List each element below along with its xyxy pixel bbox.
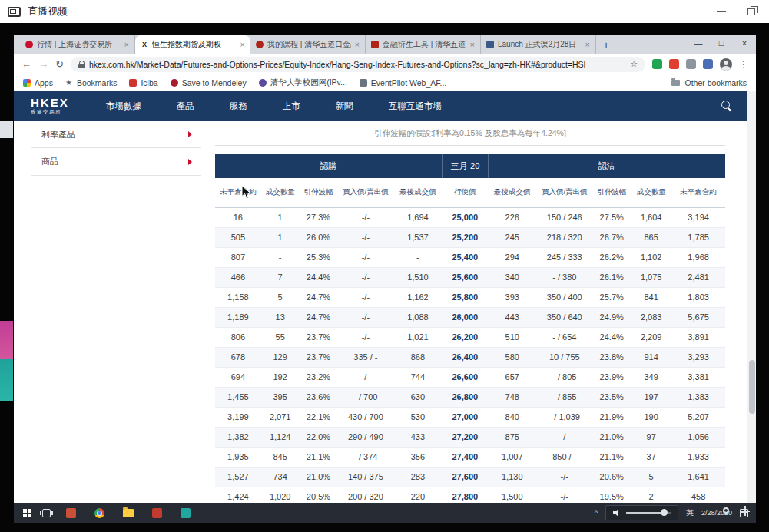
- table-cell: 1,455: [215, 387, 261, 407]
- site-nav-item[interactable]: 產品: [177, 101, 194, 112]
- table-column-header: 引伸波幅: [592, 178, 631, 207]
- browser-tab[interactable]: Launch 正式课2月28日×: [481, 35, 596, 54]
- table-cell: 24.7%: [300, 307, 338, 327]
- volume-knob[interactable]: [661, 509, 668, 516]
- taskbar-app-red[interactable]: [152, 508, 162, 518]
- input-method-indicator[interactable]: 英: [686, 507, 694, 518]
- table-cell: 37: [631, 447, 671, 467]
- browser-tab[interactable]: 恒生指数期货及期权×: [135, 35, 250, 54]
- tab-close-icon[interactable]: ×: [355, 40, 360, 49]
- volume-slider[interactable]: [626, 512, 671, 514]
- site-nav-item[interactable]: 互聯互通市場: [389, 101, 442, 112]
- table-cell: 21.9%: [592, 407, 631, 427]
- refresh-button[interactable]: ↻: [55, 59, 64, 69]
- volume-popup[interactable]: [605, 505, 678, 520]
- table-cell: 1,382: [215, 427, 261, 447]
- other-bookmarks[interactable]: Other bookmarks: [671, 78, 747, 88]
- page-scrollbar[interactable]: [747, 91, 756, 503]
- tab-close-icon[interactable]: ×: [240, 40, 245, 49]
- table-cell: 1,641: [671, 467, 725, 487]
- bookmark-label: 清华大学校园网(IPv...: [270, 78, 347, 88]
- bookmark-favicon: [171, 79, 178, 87]
- tab-label: Launch 正式课2月28日: [498, 39, 582, 50]
- extension-icon[interactable]: [686, 59, 696, 69]
- hkex-logo[interactable]: HKEX 香港交易所: [31, 97, 69, 115]
- table-cell: 25.3%: [300, 247, 338, 267]
- sidebar-item[interactable]: 商品: [31, 148, 201, 176]
- new-tab-button[interactable]: +: [596, 39, 616, 51]
- back-button[interactable]: ←: [22, 59, 31, 69]
- table-cell: 806: [215, 327, 261, 347]
- table-cell: -/-: [337, 227, 393, 247]
- tab-close-icon[interactable]: ×: [585, 40, 590, 49]
- table-cell: 2,209: [631, 327, 671, 347]
- tray-expand-icon[interactable]: ^: [595, 509, 598, 517]
- bookmark-item[interactable]: Iciba: [129, 78, 157, 88]
- table-row: 1,45539523.6%- / 70063026,800748- / 8552…: [215, 387, 725, 407]
- bookmark-item[interactable]: 清华大学校园网(IPv...: [259, 78, 347, 88]
- bookmark-item[interactable]: Save to Mendeley: [171, 78, 247, 88]
- table-column-header: 未平倉合約: [671, 178, 725, 207]
- taskbar-app-explorer[interactable]: [123, 509, 134, 517]
- table-cell: 1,694: [393, 207, 442, 227]
- search-icon[interactable]: [721, 101, 733, 112]
- profile-avatar[interactable]: [720, 58, 732, 71]
- forward-button[interactable]: →: [38, 59, 48, 69]
- browser-tab[interactable]: 我的课程 | 清华五道口金融学×: [250, 35, 366, 54]
- table-column-header: 成交數量: [631, 178, 671, 207]
- bookmark-item[interactable]: Bookmarks: [65, 78, 118, 88]
- browser-restore-button[interactable]: □: [710, 35, 733, 51]
- volatility-note: 引伸波幅的假設:[利率為0.15% 及股息率為每年4.24%]: [215, 121, 725, 146]
- browser-tab[interactable]: 金融衍生工具 | 清华五道口金×: [366, 35, 481, 54]
- tab-close-icon[interactable]: ×: [124, 40, 129, 49]
- browser-minimize-button[interactable]: —: [687, 35, 710, 51]
- table-row: 1,1891324.7%-/-1,08826,000443350 / 64024…: [215, 307, 725, 327]
- minimize-button[interactable]: [717, 11, 726, 12]
- page-content: 利率產品商品 引伸波幅的假設:[利率為0.15% 及股息率為每年4.24%] 認…: [14, 121, 756, 503]
- extension-icon[interactable]: [652, 59, 662, 69]
- address-bar[interactable]: hkex.com.hk/Market-Data/Futures-and-Opti…: [71, 57, 645, 72]
- table-cell: 349: [631, 367, 671, 387]
- table-row: 69419223.2%-/-74426,600657- / 80523.9%34…: [215, 367, 725, 387]
- site-nav-item[interactable]: 上市: [283, 101, 300, 112]
- taskbar-app-office[interactable]: [66, 508, 76, 518]
- table-cell: 1,007: [488, 447, 536, 467]
- tab-close-icon[interactable]: ×: [470, 40, 475, 49]
- table-cell: 1,537: [393, 227, 442, 247]
- table-cell: 283: [393, 467, 442, 487]
- table-cell: 290 / 490: [337, 427, 393, 447]
- taskbar-app-chrome[interactable]: [94, 508, 104, 518]
- table-cell: -/-: [337, 247, 393, 267]
- sidebar-item[interactable]: 利率產品: [31, 121, 201, 148]
- bookmark-star-icon[interactable]: ☆: [630, 59, 638, 69]
- table-cell: 24.4%: [300, 267, 338, 287]
- scrollbar-thumb[interactable]: [749, 360, 755, 414]
- browser-menu-icon[interactable]: ⋮: [739, 59, 748, 70]
- url-text: hkex.com.hk/Market-Data/Futures-and-Opti…: [89, 60, 625, 69]
- table-cell: 1: [261, 227, 300, 247]
- table-cell: 23.7%: [300, 327, 338, 347]
- restore-button[interactable]: [747, 8, 755, 15]
- address-bar-row: ← → ↻ hkex.com.hk/Market-Data/Futures-an…: [14, 54, 756, 74]
- table-cell: 875: [488, 427, 536, 447]
- table-cell: 580: [488, 347, 536, 367]
- overlay-move-icon[interactable]: [740, 506, 750, 516]
- task-view-button[interactable]: [42, 509, 51, 517]
- table-cell: 1,020: [261, 487, 300, 503]
- site-nav-item[interactable]: 市場數據: [106, 101, 141, 112]
- start-button[interactable]: [23, 509, 31, 517]
- extension-icon[interactable]: [703, 59, 713, 69]
- strike-price-cell: 27,000: [442, 407, 488, 427]
- taskbar-app-teal[interactable]: [181, 508, 191, 518]
- bookmark-item[interactable]: EventPilot Web_AF...: [360, 78, 446, 88]
- extension-icon[interactable]: [669, 59, 679, 69]
- site-nav-item[interactable]: 服務: [230, 101, 247, 112]
- table-column-header: 引伸波幅: [300, 178, 338, 207]
- table-cell: -/-: [337, 207, 393, 227]
- overlay-gear-icon[interactable]: [723, 507, 729, 514]
- site-nav-item[interactable]: 新聞: [336, 101, 353, 112]
- table-cell: 23.8%: [592, 347, 631, 367]
- bookmark-item[interactable]: Apps: [23, 78, 53, 88]
- browser-close-button[interactable]: ×: [733, 35, 756, 51]
- browser-tab[interactable]: 行情 | 上海证券交易所×: [20, 35, 135, 54]
